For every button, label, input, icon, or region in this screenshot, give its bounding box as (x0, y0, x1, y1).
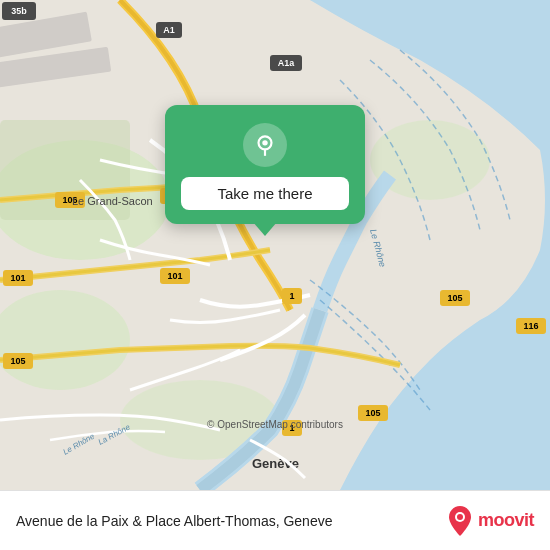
svg-text:Le Grand-Sacon: Le Grand-Sacon (72, 195, 153, 207)
svg-text:A1: A1 (163, 25, 175, 35)
bottom-bar: Avenue de la Paix & Place Albert-Thomas,… (0, 490, 550, 550)
svg-text:A1a: A1a (278, 58, 296, 68)
moovit-pin-icon (446, 504, 474, 538)
popup-card: Take me there (165, 105, 365, 224)
svg-text:105: 105 (365, 408, 380, 418)
location-icon-wrap (243, 123, 287, 167)
svg-text:105: 105 (447, 293, 462, 303)
map-background: 35b A1 A1a 106 106 101 101 105 105 (0, 0, 550, 490)
location-pin-icon (252, 132, 278, 158)
svg-text:Genève: Genève (252, 456, 299, 471)
svg-text:35b: 35b (11, 6, 27, 16)
attribution-bar: © OpenStreetMap contributors (0, 419, 550, 430)
svg-text:116: 116 (523, 321, 538, 331)
moovit-text: moovit (478, 510, 534, 531)
destination-text: Avenue de la Paix & Place Albert-Thomas,… (16, 513, 332, 529)
svg-point-40 (262, 140, 267, 145)
moovit-logo: moovit (446, 504, 534, 538)
take-me-there-button[interactable]: Take me there (181, 177, 349, 210)
svg-text:1: 1 (289, 291, 294, 301)
svg-point-42 (457, 514, 463, 520)
svg-text:101: 101 (167, 271, 182, 281)
svg-text:105: 105 (10, 356, 25, 366)
attribution-text: © OpenStreetMap contributors (207, 419, 343, 430)
svg-text:101: 101 (10, 273, 25, 283)
map-container: 35b A1 A1a 106 106 101 101 105 105 (0, 0, 550, 490)
